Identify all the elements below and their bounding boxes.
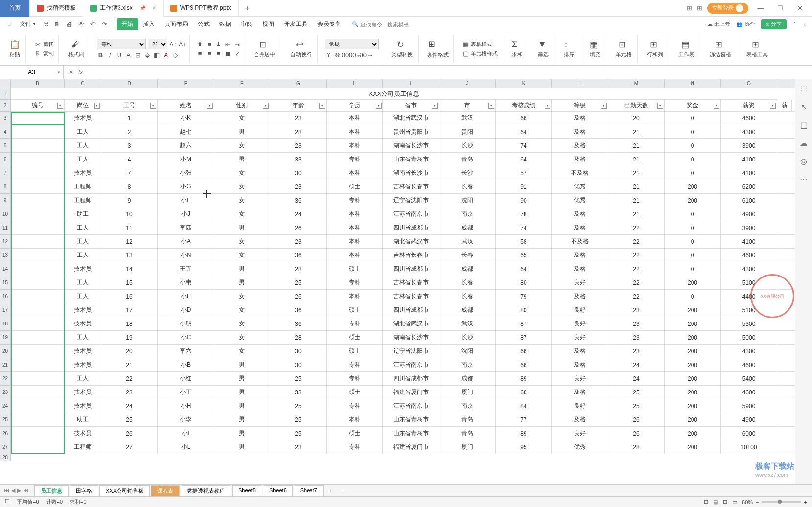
data-cell[interactable]: 3 <box>101 139 158 152</box>
data-cell[interactable]: 89 <box>496 372 552 385</box>
data-cell[interactable]: 工人 <box>65 153 101 166</box>
data-cell[interactable] <box>11 180 65 193</box>
data-cell[interactable]: 200 <box>665 331 721 344</box>
bold-icon[interactable]: B <box>97 51 104 59</box>
data-cell[interactable]: 专科 <box>327 440 383 454</box>
row-header-24[interactable]: 24 <box>0 399 11 413</box>
sheet-tab-员工信息[interactable]: 员工信息 <box>34 485 69 496</box>
data-cell[interactable] <box>11 331 65 344</box>
header-cell[interactable]: 编号▾ <box>11 100 65 111</box>
header-cell[interactable]: 薪资▾ <box>721 100 777 111</box>
data-cell[interactable]: 36 <box>270 303 327 317</box>
data-cell[interactable]: 技术员 <box>65 427 101 440</box>
data-cell[interactable]: 36 <box>270 317 327 330</box>
data-cell[interactable]: 26 <box>608 413 665 426</box>
data-cell[interactable]: 3900 <box>721 139 777 152</box>
data-cell[interactable]: 长春 <box>439 276 496 289</box>
data-cell[interactable]: 良好 <box>552 317 608 330</box>
data-cell[interactable]: 4 <box>101 153 158 166</box>
data-cell[interactable]: 小M <box>158 153 214 166</box>
data-cell[interactable]: 4100 <box>721 235 777 248</box>
title-merged-cell[interactable]: XXX公司员工信息 <box>11 88 777 100</box>
data-cell[interactable]: 58 <box>496 235 552 248</box>
col-header-B[interactable]: B <box>11 79 65 88</box>
data-cell[interactable]: 12 <box>101 235 158 248</box>
data-cell[interactable]: 36 <box>270 249 327 262</box>
row-header-5[interactable]: 5 <box>0 139 11 153</box>
coop-button[interactable]: 👥 协作 <box>736 21 755 28</box>
header-cell[interactable]: 奖金▾ <box>665 100 721 111</box>
data-cell[interactable] <box>11 386 65 399</box>
print-preview-icon[interactable]: 👁 <box>76 20 85 29</box>
data-cell[interactable]: 4900 <box>721 413 777 426</box>
data-cell[interactable]: 四川省成都市 <box>383 303 439 317</box>
save-icon[interactable]: 🖫 <box>41 20 50 29</box>
data-cell[interactable]: 26 <box>101 427 158 440</box>
row-header-18[interactable]: 18 <box>0 317 11 331</box>
data-cell[interactable]: 0 <box>665 207 721 221</box>
data-cell[interactable]: 小L <box>158 440 214 454</box>
data-cell[interactable]: 小王 <box>158 386 214 399</box>
fill-button[interactable]: ▦填充 <box>587 38 603 59</box>
doc-tab-template[interactable]: 找稻壳模板 <box>30 0 83 17</box>
col-header-M[interactable]: M <box>608 79 665 88</box>
merge-center-button[interactable]: ⊡合并居中 <box>251 38 278 59</box>
data-cell[interactable]: 工人 <box>65 249 101 262</box>
data-cell[interactable]: 0 <box>665 153 721 166</box>
data-cell[interactable]: 专科 <box>327 153 383 166</box>
data-cell[interactable]: 28 <box>270 331 327 344</box>
data-area[interactable]: XXX公司员工信息编号▾岗位▾工号▾姓名▾性别▾年龄▾学历▾省市▾市▾考核成绩▾… <box>11 88 795 461</box>
col-header-C[interactable]: C <box>65 79 101 88</box>
data-cell[interactable]: 4100 <box>721 166 777 180</box>
data-cell[interactable]: 27 <box>101 440 158 454</box>
col-header-I[interactable]: I <box>383 79 439 88</box>
header-cell[interactable]: 年龄▾ <box>270 100 327 111</box>
data-cell[interactable]: 男 <box>214 386 270 399</box>
row-header-3[interactable]: 3 <box>0 112 11 125</box>
data-cell[interactable]: 26 <box>608 427 665 440</box>
cell-style-button[interactable]: ▢单元格样式 <box>460 49 499 58</box>
data-cell[interactable]: 小K <box>158 112 214 125</box>
data-cell[interactable]: 良好 <box>552 303 608 317</box>
data-cell[interactable]: 本科 <box>327 249 383 262</box>
data-cell[interactable]: 23 <box>101 386 158 399</box>
col-header-O[interactable]: O <box>721 79 777 88</box>
data-cell[interactable]: 11 <box>101 221 158 234</box>
data-cell[interactable]: 25 <box>101 413 158 426</box>
data-cell[interactable]: 助工 <box>65 207 101 221</box>
header-cell[interactable]: 姓名▾ <box>158 100 214 111</box>
zoom-slider[interactable] <box>762 501 801 503</box>
row-header-1[interactable]: 1 <box>0 88 11 100</box>
ribbon-tab-数据[interactable]: 数据 <box>215 18 236 30</box>
data-cell[interactable]: 小红 <box>158 372 214 385</box>
data-cell[interactable]: 及格 <box>552 386 608 399</box>
ribbon-tab-开发工具[interactable]: 开发工具 <box>279 18 312 30</box>
data-cell[interactable]: 男 <box>214 262 270 276</box>
data-cell[interactable]: 男 <box>214 153 270 166</box>
ribbon-tab-插入[interactable]: 插入 <box>138 18 160 30</box>
data-cell[interactable]: 女 <box>214 112 270 125</box>
data-cell[interactable]: 6100 <box>721 194 777 207</box>
data-cell[interactable]: 200 <box>665 358 721 371</box>
data-cell[interactable]: 0 <box>665 249 721 262</box>
data-cell[interactable]: 16 <box>101 290 158 303</box>
data-cell[interactable]: 24 <box>608 372 665 385</box>
col-header-J[interactable]: J <box>439 79 496 88</box>
data-cell[interactable]: 200 <box>665 440 721 454</box>
align-left-icon[interactable]: ≡ <box>196 50 204 57</box>
data-cell[interactable] <box>11 345 65 358</box>
data-cell[interactable]: 20 <box>101 345 158 358</box>
filter-dropdown-icon[interactable]: ▾ <box>601 103 607 109</box>
more-icon[interactable]: ⌄ <box>803 21 807 27</box>
data-cell[interactable]: 22 <box>608 262 665 276</box>
data-cell[interactable]: 四川省成都市 <box>383 221 439 234</box>
data-cell[interactable]: 23 <box>270 139 327 152</box>
row-header-21[interactable]: 21 <box>0 358 11 372</box>
data-cell[interactable]: 小A <box>158 235 214 248</box>
data-cell[interactable] <box>11 166 65 180</box>
indent-left-icon[interactable]: ⇤ <box>224 41 232 48</box>
data-cell[interactable]: 25 <box>608 386 665 399</box>
data-cell[interactable]: 本科 <box>327 290 383 303</box>
data-cell[interactable]: 22 <box>608 249 665 262</box>
minimize-button[interactable]: — <box>753 4 768 12</box>
